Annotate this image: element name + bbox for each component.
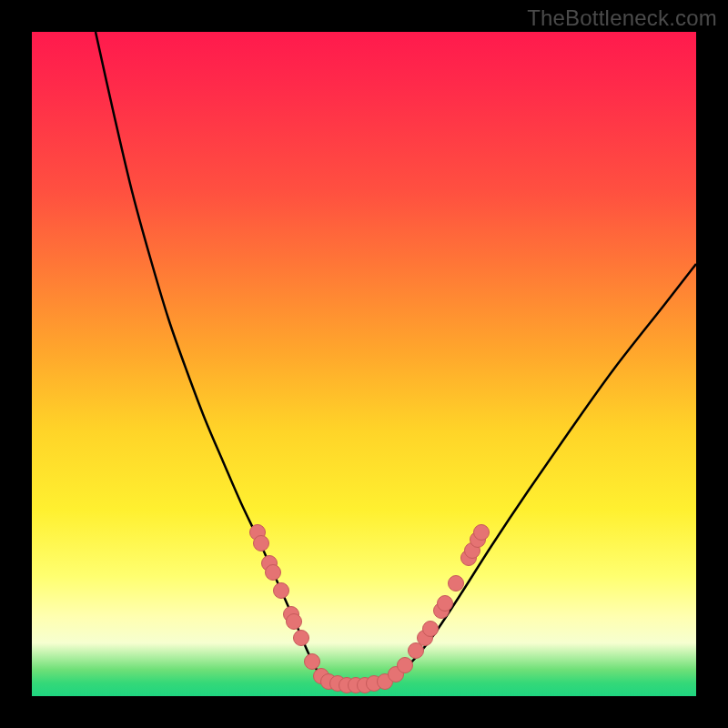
plot-area [32,32,696,696]
data-dot [294,631,309,646]
data-dot [398,658,413,673]
data-dot [266,565,281,581]
data-dot [474,525,490,541]
data-dot [305,654,320,670]
data-dot [409,643,424,659]
watermark-text: TheBottleneck.com [527,5,717,31]
valley-curve [96,32,696,685]
curve-svg [32,32,696,696]
data-dot [423,622,439,637]
data-dot [449,576,464,592]
data-dot [254,536,269,551]
dot-layer [250,525,490,693]
data-dot [287,614,302,630]
data-dot [274,583,289,599]
outer-frame: TheBottleneck.com [0,0,728,728]
data-dot [438,596,453,612]
